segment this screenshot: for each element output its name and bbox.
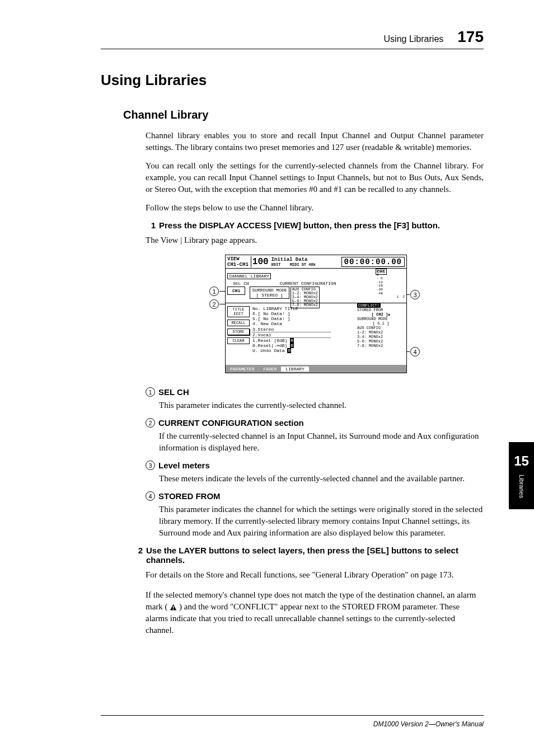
step-title: Press the DISPLAY ACCESS [VIEW] button, … xyxy=(159,220,440,230)
surround-mode-label: SURROUND MODE xyxy=(252,288,287,293)
intro-para-2: You can recall only the settings for the… xyxy=(146,160,484,195)
step-number: 1 xyxy=(146,220,156,230)
stored-from-box: CONFLICT! STORED FROM [ CH2 ]▲ SURROUND … xyxy=(357,303,405,348)
title-edit-button[interactable]: TITLE EDIT xyxy=(227,306,250,317)
list-item: 0.Reset(-∞dB) R xyxy=(252,343,331,348)
lcd-screen: VIEW CH1-CH1 100 Initial Data EDIT MIDI … xyxy=(225,255,407,373)
current-config-label: CURRENT CONFIGURATION xyxy=(280,281,336,286)
list-item: 4. New Data xyxy=(252,321,331,326)
step-1-heading: 1 Press the DISPLAY ACCESS [VIEW] button… xyxy=(146,220,484,230)
def-1-title: SEL CH xyxy=(158,387,189,397)
stored-from-label: STORED FROM xyxy=(357,308,405,312)
step-2-body-2: If the selected memory's channel type do… xyxy=(146,589,484,636)
lcd-init-data: Initial Data xyxy=(271,257,341,262)
list-item: 6.[ No Data! ] xyxy=(252,311,331,316)
def-2-title: CURRENT CONFIGURATION section xyxy=(158,418,304,428)
tab-fader[interactable]: FADER xyxy=(259,367,281,372)
svg-rect-1 xyxy=(173,609,174,610)
section-title: Channel Library xyxy=(123,109,484,121)
def-3-heading: 3 Level meters xyxy=(146,461,484,470)
list-item: 1.Reset (0dB) R xyxy=(252,338,331,343)
callout-ref-4: 4 xyxy=(146,491,155,501)
step-number: 2 xyxy=(133,546,143,565)
lcd-big-num: 100 xyxy=(251,257,270,267)
lcd-topbar: VIEW CH1-CH1 100 Initial Data EDIT MIDI … xyxy=(226,255,406,269)
channel-library-label: CHANNEL LIBRARY xyxy=(227,273,271,279)
library-page-screenshot: 1 2 3 4 VIEW CH1-CH1 100 Initial Data ED… xyxy=(211,255,418,373)
lcd-view-label: VIEW xyxy=(227,256,249,262)
callout-ref-1: 1 xyxy=(146,387,155,397)
def-2-heading: 2 CURRENT CONFIGURATION section xyxy=(146,418,484,428)
list-item: 3.Stereo xyxy=(252,327,331,332)
intro-para-1: Channel library enables you to store and… xyxy=(146,130,484,153)
lcd-library-section: TITLE EDIT RECALL STORE CLEAR No. LIBRAR… xyxy=(226,303,406,365)
lcd-edit-midi: EDIT MIDI ST 48k xyxy=(271,262,341,267)
callout-ref-2: 2 xyxy=(146,418,155,428)
chapter-side-tab: 15 Libraries xyxy=(509,442,534,509)
intro-para-3: Follow the steps below to use the Channe… xyxy=(146,202,484,214)
step-2-heading: 2 Use the LAYER buttons to select layers… xyxy=(133,546,484,565)
svg-rect-0 xyxy=(173,606,174,608)
lcd-config-section: CHANNEL LIBRARY CH1 SEL CH CURRENT CONFI… xyxy=(226,269,406,303)
header-section-title: Using Libraries xyxy=(384,34,444,44)
chapter-label: Libraries xyxy=(518,475,525,498)
list-item-selected: 2.Vocal xyxy=(252,332,331,338)
sel-ch-label: SEL CH xyxy=(233,281,249,286)
chapter-number: 15 xyxy=(514,453,529,469)
step-1-body: The View | Library page appears. xyxy=(146,234,484,246)
lcd-ch-label: CH1-CH1 xyxy=(227,262,249,267)
alarm-warning-icon xyxy=(170,604,177,611)
tab-library[interactable]: LIBRARY xyxy=(281,367,309,372)
lcd-tabs: PARAMETER FADER LIBRARY xyxy=(226,365,406,373)
page-footer: DM1000 Version 2—Owner's Manual xyxy=(101,715,484,728)
header-page-number: 175 xyxy=(457,28,484,46)
callout-3: 3 xyxy=(410,290,420,299)
store-button[interactable]: STORE xyxy=(227,328,250,335)
def-1-heading: 1 SEL CH xyxy=(146,387,484,397)
callout-2: 2 xyxy=(209,299,219,309)
def-3-title: Level meters xyxy=(158,461,210,470)
callout-ref-3: 3 xyxy=(146,461,155,470)
level-meters: OVER 0 - 6 -12 -18 -30 -48 1 2 xyxy=(377,270,405,299)
sel-ch-box: CH1 xyxy=(227,287,245,295)
step-title: Use the LAYER buttons to select layers, … xyxy=(146,546,484,565)
lcd-timecode: 00:00:00.00 xyxy=(341,257,405,267)
def-3-body: These meters indicate the levels of the … xyxy=(159,473,484,485)
page-header: Using Libraries 175 xyxy=(101,28,484,49)
step-2-body-1: For details on the Store and Recall func… xyxy=(146,569,484,581)
def-1-body: This parameter indicates the currently-s… xyxy=(159,400,484,411)
library-list[interactable]: 6.[ No Data! ] 5.[ No Data! ] 4. New Dat… xyxy=(252,311,331,354)
list-item: U. Undo Data R xyxy=(252,348,331,353)
list-item: 5.[ No Data! ] xyxy=(252,316,331,321)
callout-1: 1 xyxy=(209,287,219,296)
def-4-heading: 4 STORED FROM xyxy=(146,491,484,501)
tab-parameter[interactable]: PARAMETER xyxy=(226,367,259,372)
recall-button[interactable]: RECALL xyxy=(227,320,250,326)
clear-button[interactable]: CLEAR xyxy=(227,337,250,344)
def-2-body: If the currently-selected channel is an … xyxy=(159,430,484,454)
def-4-body: This parameter indicates the channel for… xyxy=(159,504,484,539)
def-4-title: STORED FROM xyxy=(158,491,221,501)
stereo-value: STEREO xyxy=(261,293,278,298)
callout-4: 4 xyxy=(410,347,420,356)
page-title: Using Libraries xyxy=(101,72,484,89)
conflict-label: CONFLICT! xyxy=(357,303,381,308)
